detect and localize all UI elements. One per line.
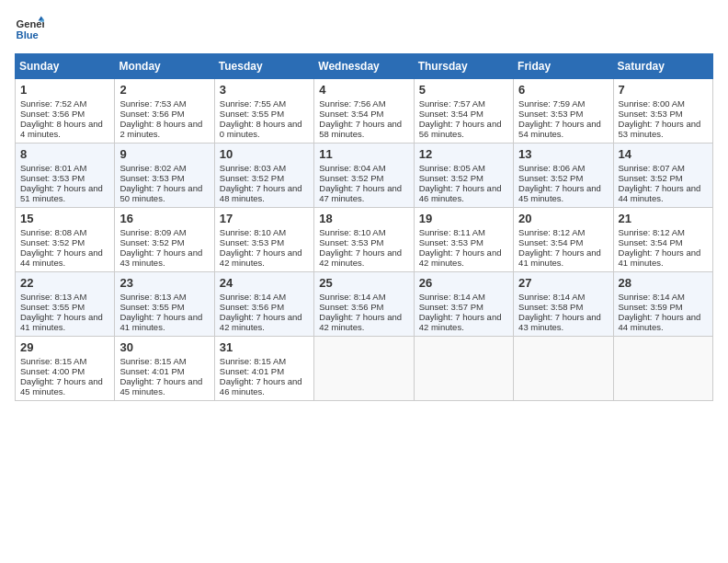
sunrise-text: Sunrise: 7:57 AM bbox=[419, 98, 485, 109]
sunset-text: Sunset: 3:53 PM bbox=[319, 237, 383, 247]
sunrise-text: Sunrise: 7:52 AM bbox=[20, 98, 86, 109]
calendar-cell: 31Sunrise: 8:15 AMSunset: 4:01 PMDayligh… bbox=[214, 337, 313, 401]
calendar-cell bbox=[414, 337, 513, 401]
sunset-text: Sunset: 3:54 PM bbox=[319, 109, 383, 119]
calendar-cell: 16Sunrise: 8:09 AMSunset: 3:52 PMDayligh… bbox=[115, 208, 214, 272]
sunset-text: Sunset: 3:54 PM bbox=[518, 237, 583, 247]
column-header-saturday: Saturday bbox=[613, 54, 712, 79]
sunrise-text: Sunrise: 8:10 AM bbox=[319, 227, 385, 237]
calendar-cell: 30Sunrise: 8:15 AMSunset: 4:01 PMDayligh… bbox=[115, 337, 214, 401]
week-row: 1Sunrise: 7:52 AMSunset: 3:56 PMDaylight… bbox=[16, 79, 713, 144]
sunset-text: Sunset: 3:53 PM bbox=[619, 109, 683, 119]
sunrise-text: Sunrise: 8:01 AM bbox=[20, 163, 86, 173]
sunrise-text: Sunrise: 8:07 AM bbox=[619, 163, 685, 173]
calendar-cell: 25Sunrise: 8:14 AMSunset: 3:56 PMDayligh… bbox=[314, 272, 414, 337]
calendar-cell: 6Sunrise: 7:59 AMSunset: 3:53 PMDaylight… bbox=[514, 79, 613, 144]
daylight-text: Daylight: 7 hours and 44 minutes. bbox=[20, 247, 103, 268]
calendar-cell: 5Sunrise: 7:57 AMSunset: 3:54 PMDaylight… bbox=[414, 79, 513, 144]
calendar-cell: 13Sunrise: 8:06 AMSunset: 3:52 PMDayligh… bbox=[514, 144, 613, 208]
sunrise-text: Sunrise: 8:03 AM bbox=[220, 163, 286, 173]
sunrise-text: Sunrise: 8:13 AM bbox=[119, 292, 186, 302]
sunset-text: Sunset: 3:55 PM bbox=[220, 109, 284, 119]
daylight-text: Daylight: 7 hours and 43 minutes. bbox=[119, 247, 202, 268]
day-number: 7 bbox=[619, 83, 708, 97]
sunset-text: Sunset: 4:01 PM bbox=[119, 366, 184, 376]
calendar-cell: 4Sunrise: 7:56 AMSunset: 3:54 PMDaylight… bbox=[314, 79, 414, 144]
calendar-cell: 22Sunrise: 8:13 AMSunset: 3:55 PMDayligh… bbox=[16, 272, 115, 337]
daylight-text: Daylight: 7 hours and 44 minutes. bbox=[619, 312, 701, 332]
sunrise-text: Sunrise: 8:05 AM bbox=[419, 163, 485, 173]
sunset-text: Sunset: 3:57 PM bbox=[419, 302, 483, 312]
day-number: 29 bbox=[20, 340, 109, 354]
calendar-cell: 12Sunrise: 8:05 AMSunset: 3:52 PMDayligh… bbox=[414, 144, 513, 208]
day-number: 6 bbox=[518, 83, 608, 97]
day-number: 28 bbox=[619, 276, 708, 290]
sunset-text: Sunset: 3:52 PM bbox=[518, 173, 583, 183]
day-number: 27 bbox=[518, 276, 608, 290]
day-number: 26 bbox=[419, 276, 508, 290]
sunrise-text: Sunrise: 8:14 AM bbox=[220, 292, 286, 302]
calendar-cell: 2Sunrise: 7:53 AMSunset: 3:56 PMDaylight… bbox=[115, 79, 214, 144]
sunset-text: Sunset: 3:52 PM bbox=[20, 237, 85, 247]
sunset-text: Sunset: 3:52 PM bbox=[619, 173, 683, 183]
daylight-text: Daylight: 7 hours and 41 minutes. bbox=[619, 247, 701, 268]
column-header-thursday: Thursday bbox=[414, 54, 513, 79]
sunrise-text: Sunrise: 8:12 AM bbox=[619, 227, 685, 237]
day-number: 12 bbox=[419, 147, 508, 161]
daylight-text: Daylight: 7 hours and 58 minutes. bbox=[319, 119, 402, 139]
sunset-text: Sunset: 3:53 PM bbox=[119, 173, 184, 183]
calendar-cell: 1Sunrise: 7:52 AMSunset: 3:56 PMDaylight… bbox=[16, 79, 115, 144]
daylight-text: Daylight: 7 hours and 51 minutes. bbox=[20, 183, 103, 203]
column-header-monday: Monday bbox=[115, 54, 214, 79]
sunrise-text: Sunrise: 7:59 AM bbox=[518, 98, 585, 109]
calendar-cell: 29Sunrise: 8:15 AMSunset: 4:00 PMDayligh… bbox=[16, 337, 115, 401]
sunrise-text: Sunrise: 8:10 AM bbox=[220, 227, 286, 237]
week-row: 29Sunrise: 8:15 AMSunset: 4:00 PMDayligh… bbox=[16, 337, 713, 401]
daylight-text: Daylight: 7 hours and 42 minutes. bbox=[220, 312, 302, 332]
sunrise-text: Sunrise: 8:02 AM bbox=[119, 163, 186, 173]
sunrise-text: Sunrise: 8:00 AM bbox=[619, 98, 685, 109]
daylight-text: Daylight: 7 hours and 41 minutes. bbox=[20, 312, 103, 332]
daylight-text: Daylight: 8 hours and 2 minutes. bbox=[119, 119, 202, 139]
daylight-text: Daylight: 7 hours and 42 minutes. bbox=[319, 247, 402, 268]
calendar-cell: 19Sunrise: 8:11 AMSunset: 3:53 PMDayligh… bbox=[414, 208, 513, 272]
daylight-text: Daylight: 7 hours and 42 minutes. bbox=[419, 247, 502, 268]
day-number: 24 bbox=[220, 276, 309, 290]
sunset-text: Sunset: 3:56 PM bbox=[220, 302, 284, 312]
page-header: General Blue bbox=[15, 15, 713, 44]
calendar-cell: 18Sunrise: 8:10 AMSunset: 3:53 PMDayligh… bbox=[314, 208, 414, 272]
column-header-tuesday: Tuesday bbox=[214, 54, 313, 79]
day-number: 16 bbox=[119, 212, 209, 225]
daylight-text: Daylight: 7 hours and 42 minutes. bbox=[220, 247, 302, 268]
sunset-text: Sunset: 3:59 PM bbox=[619, 302, 683, 312]
calendar-cell: 23Sunrise: 8:13 AMSunset: 3:55 PMDayligh… bbox=[115, 272, 214, 337]
sunrise-text: Sunrise: 8:06 AM bbox=[518, 163, 585, 173]
week-row: 8Sunrise: 8:01 AMSunset: 3:53 PMDaylight… bbox=[16, 144, 713, 208]
day-number: 17 bbox=[220, 212, 309, 225]
logo-icon: General Blue bbox=[15, 15, 44, 44]
calendar-cell: 28Sunrise: 8:14 AMSunset: 3:59 PMDayligh… bbox=[613, 272, 712, 337]
daylight-text: Daylight: 7 hours and 45 minutes. bbox=[518, 183, 601, 203]
day-number: 9 bbox=[119, 147, 209, 161]
sunrise-text: Sunrise: 8:08 AM bbox=[20, 227, 86, 237]
calendar-cell: 7Sunrise: 8:00 AMSunset: 3:53 PMDaylight… bbox=[613, 79, 712, 144]
column-header-sunday: Sunday bbox=[16, 54, 115, 79]
sunset-text: Sunset: 3:53 PM bbox=[518, 109, 583, 119]
week-row: 22Sunrise: 8:13 AMSunset: 3:55 PMDayligh… bbox=[16, 272, 713, 337]
daylight-text: Daylight: 7 hours and 53 minutes. bbox=[619, 119, 701, 139]
daylight-text: Daylight: 7 hours and 45 minutes. bbox=[20, 376, 103, 396]
sunset-text: Sunset: 3:52 PM bbox=[419, 173, 483, 183]
sunrise-text: Sunrise: 8:14 AM bbox=[319, 292, 385, 302]
svg-text:Blue: Blue bbox=[17, 29, 39, 40]
sunrise-text: Sunrise: 8:15 AM bbox=[119, 356, 186, 366]
calendar-cell: 14Sunrise: 8:07 AMSunset: 3:52 PMDayligh… bbox=[613, 144, 712, 208]
calendar-table: SundayMondayTuesdayWednesdayThursdayFrid… bbox=[15, 53, 713, 401]
day-number: 20 bbox=[518, 212, 608, 225]
day-number: 15 bbox=[20, 212, 109, 225]
day-number: 11 bbox=[319, 147, 408, 161]
calendar-cell: 27Sunrise: 8:14 AMSunset: 3:58 PMDayligh… bbox=[514, 272, 613, 337]
daylight-text: Daylight: 7 hours and 43 minutes. bbox=[518, 312, 601, 332]
day-number: 8 bbox=[20, 147, 109, 161]
day-number: 3 bbox=[220, 83, 309, 97]
sunset-text: Sunset: 3:53 PM bbox=[220, 237, 284, 247]
